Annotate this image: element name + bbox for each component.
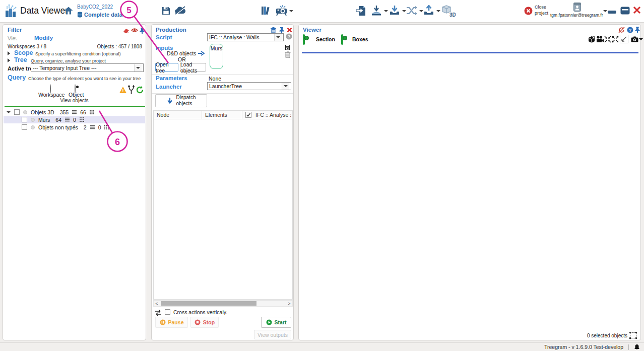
close-window-button[interactable] xyxy=(633,6,641,14)
column-header-elements[interactable]: Elements xyxy=(202,111,242,119)
collapse-view-icon[interactable] xyxy=(604,36,611,43)
clear-inputs-trash-icon[interactable] xyxy=(285,51,291,58)
production-panel-title: Production xyxy=(156,27,186,33)
refresh-icon[interactable] xyxy=(136,86,144,94)
save-icon[interactable] xyxy=(161,6,171,16)
row-checkbox[interactable] xyxy=(22,124,27,130)
cross-actions-label[interactable]: Cross actions verticaly. xyxy=(173,309,227,315)
eraser-icon[interactable] xyxy=(123,28,130,33)
production-close-icon[interactable] xyxy=(287,27,292,33)
tree-row-objets-3d[interactable]: Objets 3D 355 66 xyxy=(4,108,145,116)
user-menu-caret-icon[interactable] xyxy=(603,10,607,12)
projector-menu-caret-icon[interactable] xyxy=(289,10,293,12)
upload-icon[interactable] xyxy=(423,5,434,16)
row-status-dot-icon xyxy=(23,110,27,114)
tree-label[interactable]: Tree xyxy=(14,56,27,63)
production-pin-icon[interactable] xyxy=(279,27,284,33)
column-header-node[interactable]: Node xyxy=(154,112,202,118)
row-checkbox[interactable] xyxy=(14,109,20,115)
script-select-caret-icon xyxy=(274,34,282,41)
sync-disabled-icon[interactable] xyxy=(618,27,625,33)
row-label: Objets non typés xyxy=(38,124,78,130)
screenshot-camera-icon[interactable] xyxy=(631,36,638,42)
screenshot-caret-icon[interactable] xyxy=(639,38,643,40)
horizontal-scrollbar[interactable]: < > xyxy=(153,300,293,307)
user-badge-icon[interactable] xyxy=(573,3,581,12)
measure-tool-button[interactable] xyxy=(620,35,628,43)
scope-label[interactable]: Scope xyxy=(14,49,33,56)
table-header-row: Node Elements IFC :: Analyse : Wa xyxy=(154,111,292,119)
header-checkbox-checked[interactable] xyxy=(245,112,251,118)
video-camera-icon[interactable] xyxy=(596,36,604,43)
shuffle-caret-icon[interactable] xyxy=(419,10,423,12)
row-collapse-caret-icon[interactable] xyxy=(7,111,11,113)
notifications-bell-icon[interactable] xyxy=(634,344,640,350)
expand-view-icon[interactable] xyxy=(612,36,619,43)
upload-caret-icon[interactable] xyxy=(436,10,440,12)
scope-expand-caret-icon[interactable] xyxy=(8,51,10,55)
library-icon[interactable] xyxy=(261,5,272,16)
save-inputs-icon[interactable] xyxy=(285,44,291,50)
pause-button[interactable]: Pause xyxy=(155,317,188,328)
active-tree-select[interactable]: --- Temporary Input Tree --- xyxy=(31,63,144,72)
download-caret-icon[interactable] xyxy=(402,10,406,12)
list-icon xyxy=(65,117,70,122)
tree-fork-icon[interactable] xyxy=(127,85,136,95)
view-objects-tab[interactable]: View objects xyxy=(3,98,146,103)
start-button[interactable]: Start xyxy=(261,317,291,328)
boxes-toggle[interactable] xyxy=(341,34,343,45)
export-model-caret-icon[interactable] xyxy=(384,10,388,12)
selection-box-icon[interactable] xyxy=(629,332,637,339)
tree-row-murs-selected[interactable]: Murs 64 0 xyxy=(4,116,145,123)
script-help-icon[interactable]: ? xyxy=(286,33,292,40)
script-select[interactable]: IFC :: Analyse : Walls xyxy=(207,33,284,41)
warning-icon: ! xyxy=(119,86,127,94)
column-header-script[interactable]: IFC :: Analyse : Wa xyxy=(242,111,292,119)
shuffle-icon[interactable] xyxy=(406,6,417,16)
open-tree-button[interactable]: Open tree xyxy=(155,63,178,72)
scrollbar-thumb[interactable] xyxy=(161,301,256,306)
input-chip-murs[interactable]: Murs xyxy=(210,44,223,69)
scrollbar-right-arrow[interactable]: > xyxy=(286,301,292,306)
viewer-pin-icon[interactable] xyxy=(635,26,640,33)
tree-expand-caret-icon[interactable] xyxy=(8,58,10,62)
maximize-button[interactable] xyxy=(620,7,630,15)
viewer-help-icon[interactable]: ? xyxy=(627,27,633,33)
project-name[interactable]: BabyCO2_2022 xyxy=(77,4,113,10)
cube-3d-icon[interactable]: 3D xyxy=(441,5,456,18)
app-window: Data Viewer BabyCO2_2022 Complete data xyxy=(0,0,644,351)
user-email[interactable]: tgm.fpatonnier@treegram.fr xyxy=(550,13,601,18)
section-divider xyxy=(152,74,293,75)
minimize-button[interactable] xyxy=(608,11,616,14)
view-outputs-button-label: View outputs xyxy=(257,332,288,338)
cross-actions-checkbox[interactable] xyxy=(165,309,170,315)
top-toolbar: Data Viewer BabyCO2_2022 Complete data xyxy=(0,0,644,23)
stop-button[interactable]: Stop xyxy=(190,317,219,328)
object-radio-label[interactable]: Object xyxy=(69,92,84,98)
export-to-model-icon[interactable] xyxy=(371,5,382,16)
workspace-radio-label[interactable]: Workspace xyxy=(38,92,65,98)
download-icon[interactable] xyxy=(389,5,400,16)
view-outputs-button[interactable]: View outputs xyxy=(254,330,291,339)
row-checkbox[interactable] xyxy=(22,117,27,122)
load-objects-button[interactable]: Load objects xyxy=(180,63,206,72)
production-panel: Production Script IFC :: Analyse : Walls… xyxy=(151,24,294,340)
launcher-select[interactable]: LauncherTree xyxy=(207,82,291,90)
import-file-icon[interactable] xyxy=(356,6,366,16)
scrollbar-left-arrow[interactable]: < xyxy=(154,301,160,306)
dispatch-objects-button[interactable]: Dispatchobjects xyxy=(155,94,207,107)
project-data-label[interactable]: Complete data xyxy=(84,12,122,18)
parameters-label: Parameters xyxy=(156,75,187,81)
viewport-3d[interactable] xyxy=(302,53,638,333)
filter-pin-icon[interactable] xyxy=(140,27,145,34)
cloud-offline-icon[interactable] xyxy=(174,6,186,16)
orbit-cube-icon[interactable] xyxy=(588,36,595,43)
grid-icon xyxy=(90,110,94,114)
home-icon[interactable] xyxy=(63,6,74,16)
close-project-icon[interactable] xyxy=(524,7,533,15)
projector-icon[interactable] xyxy=(275,5,288,17)
eye-icon[interactable] xyxy=(131,28,138,33)
tree-row-objets-non-types[interactable]: Objets non typés 2 0 xyxy=(4,123,145,131)
swap-icon[interactable] xyxy=(155,310,162,316)
section-toggle[interactable] xyxy=(303,34,305,45)
